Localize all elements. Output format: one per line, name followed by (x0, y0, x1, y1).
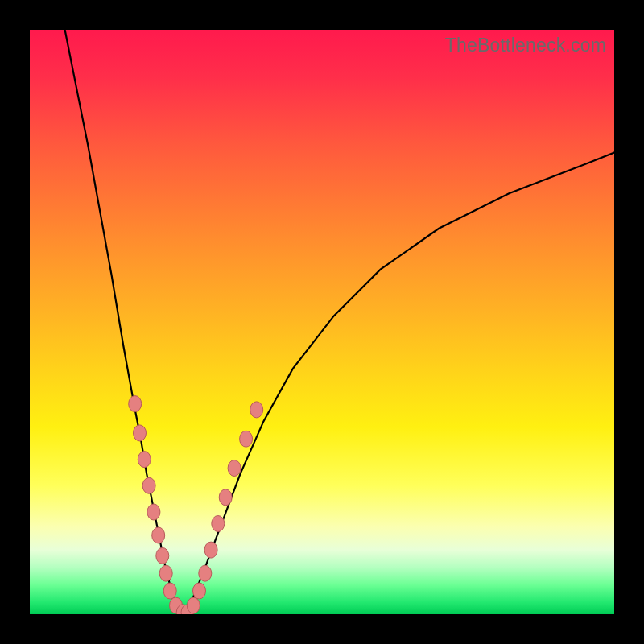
markers-right (181, 402, 263, 614)
data-marker (187, 597, 200, 613)
data-marker (147, 504, 160, 520)
data-marker (152, 527, 165, 543)
right-curve (182, 153, 614, 615)
markers-left (129, 396, 190, 614)
data-marker (156, 547, 169, 564)
data-marker (219, 489, 232, 506)
data-marker (204, 542, 217, 558)
chart-svg (30, 30, 614, 614)
data-marker (250, 402, 263, 418)
data-marker (129, 396, 142, 412)
data-marker (138, 452, 151, 468)
data-marker (240, 431, 253, 447)
data-marker (199, 565, 212, 581)
data-marker (212, 516, 225, 532)
chart-frame: TheBottleneck.com (0, 0, 644, 644)
data-marker (163, 583, 176, 599)
data-marker (193, 583, 206, 599)
data-marker (159, 565, 172, 581)
data-marker (228, 460, 241, 477)
data-marker (134, 425, 147, 441)
left-curve (65, 30, 182, 614)
data-marker (142, 477, 155, 493)
plot-area: TheBottleneck.com (30, 30, 614, 614)
